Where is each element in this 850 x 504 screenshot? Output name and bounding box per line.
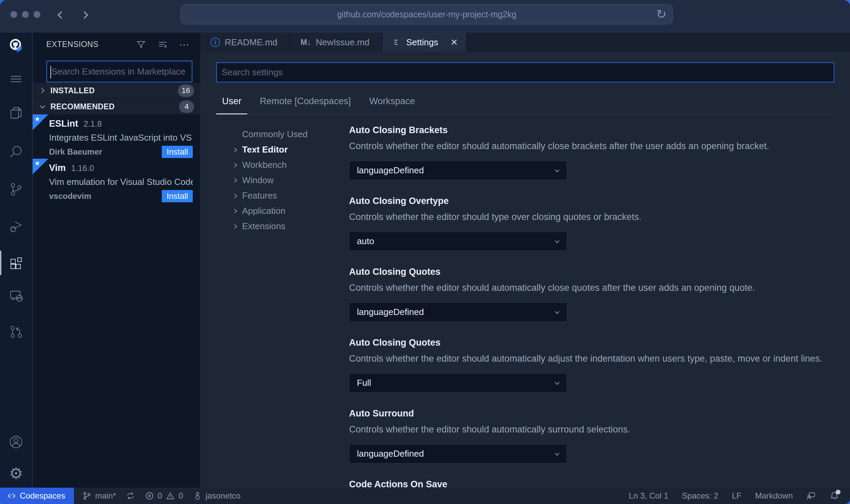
extension-name: Vim: [49, 163, 66, 173]
close-icon[interactable]: ✕: [451, 37, 458, 48]
more-actions-icon[interactable]: ⋯: [179, 38, 190, 50]
pull-request-icon[interactable]: [7, 323, 25, 341]
setting-auto-closing-quotes: Auto Closing Quotes Controls whether the…: [349, 266, 834, 322]
chevron-right-icon: [231, 161, 239, 169]
setting-auto-closing-quotes-2: Auto Closing Quotes Controls whether the…: [349, 337, 834, 393]
toc-workbench[interactable]: Workbench: [216, 157, 349, 173]
extension-name: ESLint: [49, 119, 78, 129]
forward-icon[interactable]: [80, 7, 91, 22]
extension-description: Vim emulation for Visual Studio Code...: [43, 177, 193, 187]
language-mode-indicator[interactable]: Markdown: [748, 488, 800, 504]
window-controls: [10, 11, 41, 18]
feedback-icon: [806, 491, 816, 501]
installed-count-badge: 16: [178, 84, 194, 97]
search-icon[interactable]: [7, 143, 25, 161]
chevron-down-icon: [552, 449, 562, 459]
extension-item-eslint[interactable]: ★ ESLint 2.1.8 Integrates ESLint JavaScr…: [33, 114, 200, 159]
extensions-icon[interactable]: [7, 254, 25, 272]
extension-description: Integrates ESLint JavaScript into VS C..…: [43, 132, 193, 143]
setting-title: Auto Closing Overtype: [349, 195, 834, 206]
settings-gear-icon[interactable]: ⚙: [7, 464, 25, 482]
feedback-button[interactable]: [800, 488, 823, 504]
setting-dropdown[interactable]: languageDefined: [349, 161, 567, 180]
panel-title: EXTENSIONS: [46, 40, 98, 49]
setting-title: Auto Closing Quotes: [349, 337, 834, 348]
tab-label: NewIssue.md: [316, 37, 369, 48]
user-indicator[interactable]: jasonetco: [188, 488, 246, 504]
eol-indicator[interactable]: LF: [725, 488, 748, 504]
info-icon: i: [210, 37, 220, 47]
section-recommended[interactable]: RECOMMENDED 4: [33, 99, 200, 114]
setting-dropdown[interactable]: languageDefined: [349, 302, 567, 322]
settings-search-input[interactable]: [217, 67, 834, 78]
scope-tab-workspace[interactable]: Workspace: [363, 90, 421, 114]
chevron-right-icon: [231, 146, 239, 154]
install-button[interactable]: Install: [162, 146, 193, 158]
cursor-position[interactable]: Ln 3, Col 1: [622, 488, 675, 504]
filter-icon[interactable]: [136, 39, 146, 50]
settings-toc: Commonly Used Text Editor Workbench: [216, 114, 349, 488]
active-view-indicator: [0, 251, 1, 275]
extensions-search-input[interactable]: [47, 66, 192, 77]
reload-icon[interactable]: ↻: [656, 8, 666, 20]
toc-text-editor[interactable]: Text Editor: [216, 142, 349, 157]
section-installed[interactable]: INSTALLED 16: [33, 83, 200, 98]
branch-indicator[interactable]: main*: [77, 488, 121, 504]
toc-application[interactable]: Application: [216, 203, 349, 219]
sync-button[interactable]: [121, 488, 140, 504]
tab-label: README.md: [225, 37, 278, 48]
close-window-button[interactable]: [10, 11, 17, 18]
remote-explorer-icon[interactable]: [7, 287, 25, 304]
recommended-count-badge: 4: [179, 100, 194, 113]
extension-item-vim[interactable]: ★ Vim 1.16.0 Vim emulation for Visual St…: [33, 159, 200, 203]
setting-dropdown[interactable]: languageDefined: [349, 444, 567, 463]
problems-indicator[interactable]: 0 0: [140, 488, 188, 504]
setting-dropdown[interactable]: Full: [349, 373, 567, 393]
explorer-icon[interactable]: [7, 104, 25, 122]
install-button[interactable]: Install: [162, 190, 193, 202]
codespaces-remote-indicator[interactable]: Codespaces: [0, 488, 74, 504]
settings-list: Auto Closing Brackets Controls whether t…: [349, 114, 834, 488]
toc-features[interactable]: Features: [216, 188, 349, 203]
toc-extensions[interactable]: Extensions: [216, 219, 349, 234]
setting-description: Controls whether the editor should autom…: [349, 353, 834, 364]
indentation-indicator[interactable]: Spaces: 2: [675, 488, 725, 504]
setting-auto-surround: Auto Surround Controls whether the edito…: [349, 408, 834, 463]
setting-title: Auto Surround: [349, 408, 834, 419]
setting-title: Auto Closing Brackets: [349, 125, 834, 136]
tab-settings[interactable]: Settings ✕: [382, 33, 467, 52]
notifications-button[interactable]: [823, 488, 846, 504]
extensions-search-box: [46, 61, 192, 82]
account-icon[interactable]: [7, 433, 25, 451]
recommended-ribbon: ★: [33, 159, 48, 174]
scope-tab-user[interactable]: User: [216, 90, 247, 114]
setting-description: Controls whether the editor should autom…: [349, 140, 834, 152]
setting-auto-closing-brackets: Auto Closing Brackets Controls whether t…: [349, 125, 834, 180]
menu-icon[interactable]: [7, 70, 25, 88]
address-bar[interactable]: github.com/codespaces/user-my-project-mg…: [180, 4, 673, 25]
git-branch-icon: [82, 491, 92, 501]
toc-commonly-used[interactable]: Commonly Used: [216, 127, 349, 142]
tab-newissue[interactable]: M↓ NewIssue.md: [290, 33, 382, 52]
source-control-icon[interactable]: [7, 180, 25, 198]
toc-window[interactable]: Window: [216, 173, 349, 188]
chevron-down-icon: [552, 237, 562, 246]
zoom-window-button[interactable]: [33, 11, 41, 18]
activity-bar: ⚙: [0, 33, 33, 488]
text-cursor: [50, 66, 51, 78]
run-debug-icon[interactable]: [7, 217, 25, 235]
back-icon[interactable]: [54, 7, 66, 22]
scope-tab-remote[interactable]: Remote [Codespaces]: [254, 90, 357, 114]
github-vscode-logo: [7, 37, 25, 54]
setting-dropdown[interactable]: auto: [349, 232, 567, 251]
error-icon: [145, 491, 154, 501]
extension-version: 1.16.0: [71, 163, 94, 173]
setting-title: Auto Closing Quotes: [349, 266, 834, 277]
tab-readme[interactable]: i README.md: [200, 33, 290, 52]
chevron-right-icon: [231, 176, 239, 185]
browser-window: github.com/codespaces/user-my-project-mg…: [0, 0, 850, 504]
extension-author: vscodevim: [49, 191, 91, 201]
minimize-window-button[interactable]: [22, 11, 29, 18]
chevron-down-icon: [552, 378, 562, 388]
clear-extensions-icon[interactable]: [157, 39, 168, 50]
